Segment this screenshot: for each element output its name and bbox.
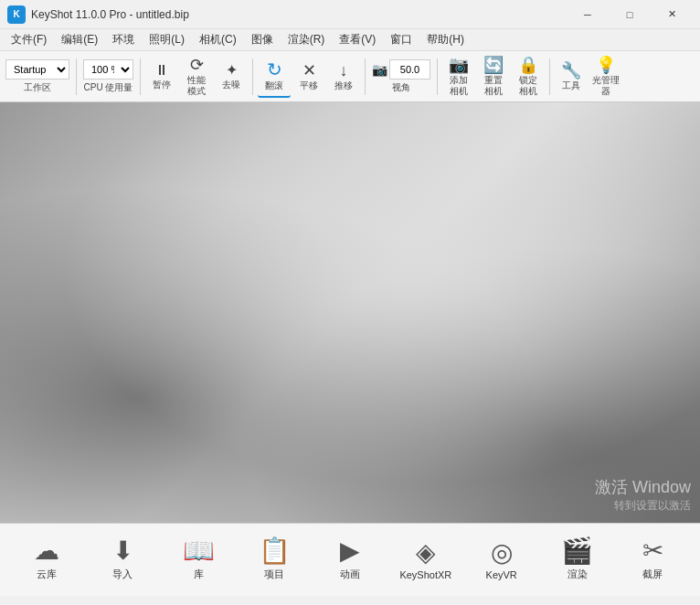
close-button[interactable]: ✕ [651,0,693,29]
dolly-button[interactable]: ↓ 推移 [327,56,360,98]
menu-bar: 文件(F)编辑(E)环境照明(L)相机(C)图像渲染(R)查看(V)窗口帮助(H… [0,29,700,51]
cpu-percent-select[interactable]: 100 % [83,59,133,80]
pan-icon: ✕ [302,62,316,79]
project-icon: 📋 [259,538,291,564]
lock-camera-icon: 🔒 [518,57,538,73]
reset-camera-icon: 🔄 [483,57,504,73]
denoise-icon: ✦ [226,63,238,78]
vr-icon: ◎ [491,540,513,566]
denoise-button[interactable]: ✦ 去噪 [215,56,248,98]
startup-select[interactable]: Startup [5,59,69,80]
bottom-label-render: 渲染 [567,568,588,581]
import-icon: ⬇ [112,538,133,564]
pan-label: 平移 [300,80,318,91]
maximize-button[interactable]: □ [609,0,651,29]
title-bar: K KeyShot 11.0.0 Pro - untitled.bip ─ □ … [0,0,700,29]
sep5 [437,58,438,95]
sep6 [549,58,550,95]
app-icon: K [7,5,26,24]
light-manager-label: 光管理器 [591,75,620,97]
bottom-btn-animation[interactable]: ▶动画 [318,528,382,592]
title-separator: - [129,8,135,21]
xr-icon: ◈ [416,540,436,566]
bottom-bar: ☁云库⬇导入📖库📋项目▶动画◈KeyShotXR◎KeyVR🎬渲染✂截屏 [0,523,700,596]
title-text: KeyShot 11.0.0 Pro - untitled.bip [31,8,189,21]
bottom-label-library: 库 [194,568,204,581]
bottom-label-animation: 动画 [340,568,360,581]
menu-item-edit[interactable]: 编辑(E) [54,30,105,49]
viewport-bg [0,102,700,523]
menu-item-render[interactable]: 渲染(R) [281,30,333,49]
tumble-label: 翻滚 [265,80,283,91]
bottom-btn-library[interactable]: 📖库 [166,528,230,592]
bottom-btn-render[interactable]: 🎬渲染 [546,528,610,592]
tumble-button[interactable]: ↻ 翻滚 [258,56,291,98]
bottom-btn-screenshot[interactable]: ✂截屏 [620,528,684,592]
cpu-group: 100 % CPU 使用量 [81,55,135,99]
denoise-label: 去噪 [222,80,240,90]
bottom-btn-library-cloud[interactable]: ☁云库 [15,528,79,592]
animation-icon: ▶ [340,538,360,564]
workspace-label: 工作区 [5,81,69,94]
file-name: untitled.bip [136,8,189,21]
lock-camera-label: 锁定相机 [519,75,537,97]
render-icon: 🎬 [561,538,593,564]
menu-item-camera[interactable]: 相机(C) [192,30,244,49]
light-manager-button[interactable]: 💡 光管理器 [589,56,622,98]
tools-button[interactable]: 🔧 工具 [555,56,588,98]
sep1 [76,58,77,95]
perf-label: 性能模式 [187,75,206,97]
add-camera-button[interactable]: 📷 添加相机 [442,56,475,98]
perf-icon: ⟳ [190,57,204,73]
tools-label: 工具 [562,80,580,91]
window-controls: ─ □ ✕ [567,0,693,28]
menu-item-env[interactable]: 环境 [105,30,142,49]
dolly-icon: ↓ [340,62,348,79]
fov-camera-icon: 📷 [372,62,387,77]
tumble-icon: ↻ [267,60,282,79]
perf-mode-button[interactable]: ⟳ 性能模式 [180,56,213,98]
pause-icon: ⏸ [154,63,169,78]
toolbar: Startup 工作区 100 % CPU 使用量 ⏸ 暂停 ⟳ 性能模式 ✦ … [0,51,700,102]
bottom-label-library-cloud: 云库 [37,568,57,581]
menu-item-image[interactable]: 图像 [244,30,281,49]
pan-button[interactable]: ✕ 平移 [292,56,325,98]
light-manager-icon: 💡 [596,57,616,73]
menu-item-lighting[interactable]: 照明(L) [142,30,192,49]
menu-item-window[interactable]: 窗口 [383,30,419,49]
viewport[interactable]: 激活 Window 转到设置以激活 [0,102,700,523]
add-camera-icon: 📷 [449,57,469,73]
bottom-btn-keyshotxr[interactable]: ◈KeyShotXR [394,528,458,592]
sep3 [252,58,253,95]
fov-group: 📷 视角 [370,55,432,99]
screenshot-icon: ✂ [642,538,663,564]
menu-item-view[interactable]: 查看(V) [332,30,383,49]
pause-button[interactable]: ⏸ 暂停 [145,56,178,98]
reset-camera-button[interactable]: 🔄 重置相机 [477,56,510,98]
sep2 [140,58,141,95]
reset-camera-label: 重置相机 [484,75,503,97]
book-icon: 📖 [183,538,215,564]
menu-item-file[interactable]: 文件(F) [4,30,54,49]
fov-input[interactable] [389,59,430,80]
bottom-label-import: 导入 [112,568,133,581]
workspace-group: Startup 工作区 [4,55,71,99]
cpu-label: CPU 使用量 [84,81,133,94]
tools-icon: 🔧 [561,62,581,79]
bottom-label-keyshotxr: KeyShotXR [399,569,451,580]
bottom-label-keyvr: KeyVR [486,569,517,580]
bottom-btn-project[interactable]: 📋项目 [242,528,306,592]
minimize-button[interactable]: ─ [567,0,609,29]
sep4 [365,58,366,95]
dolly-label: 推移 [334,80,353,91]
menu-item-help[interactable]: 帮助(H) [419,30,472,49]
bottom-btn-import[interactable]: ⬇导入 [90,528,154,592]
bottom-label-screenshot: 截屏 [642,568,663,581]
cloud-icon: ☁ [34,538,59,564]
add-camera-label: 添加相机 [450,75,468,97]
bottom-label-project: 项目 [264,568,284,581]
bottom-btn-keyvr[interactable]: ◎KeyVR [470,528,534,592]
lock-camera-button[interactable]: 🔒 锁定相机 [512,56,545,98]
fov-label: 视角 [392,81,410,94]
pause-label: 暂停 [153,80,171,90]
